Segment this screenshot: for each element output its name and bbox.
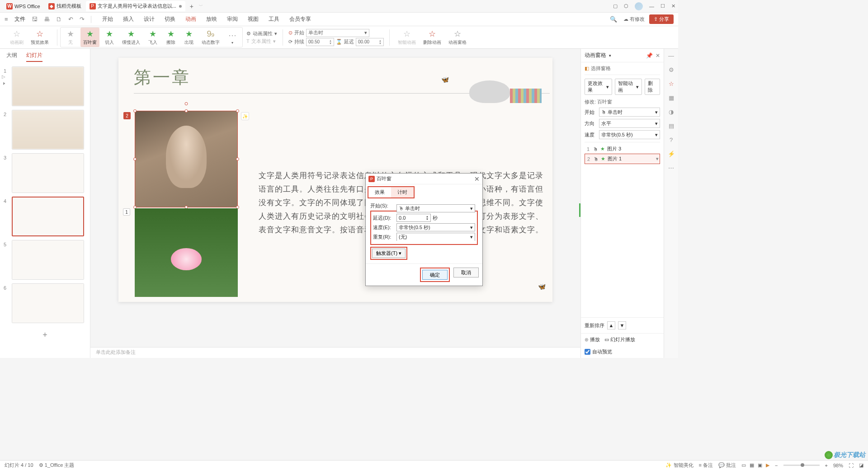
delay-input[interactable]: 00.00▲▼ [356, 38, 384, 46]
effect-more[interactable]: ⋯▾ [224, 29, 241, 46]
dialog-close-button[interactable]: ✕ [474, 175, 480, 183]
slide-thumb-4[interactable] [12, 197, 84, 236]
play-mini-icon[interactable]: ▷ [2, 74, 6, 79]
tab-slideshow[interactable]: 放映 [206, 13, 217, 26]
anim-brush-button[interactable]: ☆动画刷 [7, 28, 26, 47]
image-1-selected[interactable]: 2 ✨ [135, 111, 238, 207]
dlg-repeat-select[interactable]: (无)▾ [396, 233, 475, 241]
effect-fly[interactable]: ★飞入 [145, 28, 161, 47]
tab-review[interactable]: 审阅 [227, 13, 238, 26]
cube-icon[interactable]: ⬡ [624, 3, 628, 9]
dock-palette-icon[interactable]: ◑ [669, 108, 674, 115]
smart-anim-button-2[interactable]: 智能动画 ▾ [615, 79, 642, 95]
undo-icon[interactable]: ↶ [68, 16, 73, 23]
save-icon[interactable]: 🖫 [32, 16, 38, 23]
avatar[interactable] [635, 2, 643, 10]
dock-grid-icon[interactable]: ▦ [669, 94, 674, 101]
play-button[interactable]: ⊙ 播放 [585, 336, 600, 343]
tab-dropdown-icon[interactable]: ﹀ [197, 3, 205, 9]
anim-list-item-1[interactable]: 1🖱★ 图片 3 [585, 144, 660, 154]
dlg-cancel-button[interactable]: 取消 [453, 268, 479, 277]
hamburger-icon[interactable]: ≡ [5, 16, 8, 23]
image-2[interactable] [135, 208, 238, 297]
auto-preview-checkbox[interactable] [585, 349, 590, 355]
dlg-start-select[interactable]: 🖱 单击时▾ [396, 204, 475, 212]
tab-design[interactable]: 设计 [144, 13, 155, 26]
effect-cut[interactable]: ★切入 [101, 28, 118, 47]
rotate-handle[interactable] [185, 102, 188, 105]
delete-button[interactable]: 删除 [645, 79, 660, 95]
dock-more-icon[interactable]: ⋯ [668, 164, 674, 171]
move-down-button[interactable]: ▼ [618, 321, 626, 329]
select-pane-link[interactable]: 选择窗格 [591, 65, 611, 72]
move-up-button[interactable]: ▲ [607, 321, 615, 329]
pin-icon[interactable]: 📌 [646, 52, 653, 59]
dialog-tab-timing[interactable]: 计时 [391, 187, 414, 197]
anim-list-item-2[interactable]: 2🖱★ 图片 1 ▾ [585, 154, 660, 164]
dock-settings-icon[interactable]: ⚙ [669, 66, 674, 73]
dock-layers-icon[interactable]: ▤ [669, 122, 674, 129]
dock-star-icon[interactable]: ☆ [669, 80, 674, 87]
search-icon[interactable]: 🔍 [610, 16, 617, 23]
tab-view[interactable]: 视图 [248, 13, 259, 26]
effect-none[interactable]: ★无 [62, 28, 79, 47]
share-button[interactable]: ⇪ 分享 [649, 14, 674, 24]
effect-appear[interactable]: ★出现 [181, 28, 197, 47]
tab-tools[interactable]: 工具 [269, 13, 279, 26]
p-dir-select[interactable]: 水平▾ [599, 119, 660, 128]
tab-insert[interactable]: 插入 [123, 13, 134, 26]
add-slide-button[interactable]: + [42, 330, 47, 340]
dock-bolt-icon[interactable]: ⚡ [668, 150, 675, 157]
effect-slow[interactable]: ★缓慢进入 [119, 28, 143, 47]
dock-help-icon[interactable]: ? [670, 136, 673, 143]
app-tab[interactable]: W WPS Office [3, 1, 44, 11]
anim-attr-button[interactable]: ⚙ 动画属性 ▾ [246, 30, 277, 37]
tab-animation[interactable]: 动画 [185, 13, 196, 26]
close-button[interactable]: ✕ [671, 3, 675, 9]
duration-input[interactable]: 00.50▲▼ [306, 38, 334, 46]
dialog-tab-effect[interactable]: 效果 [368, 187, 391, 197]
p-speed-select[interactable]: 非常快(0.5 秒)▾ [599, 130, 660, 139]
pane-close-icon[interactable]: ✕ [656, 52, 660, 59]
tab-start[interactable]: 开始 [102, 13, 113, 26]
change-effect-button[interactable]: 更改效果 ▾ [585, 79, 612, 95]
text-attr-button[interactable]: T 文本属性 ▾ [246, 38, 277, 45]
file-menu[interactable]: 文件 [14, 15, 25, 23]
dlg-trigger-button[interactable]: 触发器(T) ▾ [372, 249, 406, 258]
effect-blinds[interactable]: ★百叶窗 [80, 28, 99, 47]
ai-edit-button[interactable]: ✨ [241, 112, 249, 120]
document-tab[interactable]: P 文字是人类用符号记录表达信息以... [86, 1, 185, 11]
effect-wipe[interactable]: ★擦除 [163, 28, 179, 47]
dlg-ok-button[interactable]: 确定 [422, 270, 448, 280]
mute-icon[interactable]: 🕨 [2, 81, 6, 86]
p-start-select[interactable]: 🖱 单击时▾ [599, 108, 660, 117]
maximize-button[interactable]: ☐ [660, 3, 665, 9]
slide-thumb-1[interactable] [12, 66, 84, 106]
print-icon[interactable]: 🖶 [44, 16, 50, 23]
dlg-speed-select[interactable]: 非常快(0.5 秒)▾ [396, 223, 475, 231]
slides-tab[interactable]: 幻灯片 [26, 52, 42, 62]
slide-thumb-5[interactable] [12, 240, 84, 280]
redo-icon[interactable]: ↷ [80, 16, 85, 23]
new-tab-button[interactable]: + [186, 1, 197, 12]
delete-anim-button[interactable]: ☆删除动画 [420, 28, 444, 47]
slide-thumb-3[interactable] [12, 153, 84, 193]
slide-thumb-2[interactable] [12, 110, 84, 150]
smart-anim-button[interactable]: ☆智能动画 [395, 28, 419, 47]
slide-thumb-6[interactable] [12, 283, 84, 323]
anim-item-dropdown-icon[interactable]: ▾ [656, 156, 659, 162]
slide-canvas[interactable]: 第一章 🦋 2 ✨ 1 [118, 58, 552, 302]
tab-member[interactable]: 会员专享 [289, 13, 311, 26]
effect-dynnum[interactable]: 9₉动态数字 [199, 28, 222, 47]
tab-transition[interactable]: 切换 [165, 13, 175, 26]
preview-button[interactable]: ☆预览效果 [28, 28, 52, 47]
notes-placeholder[interactable]: 单击此处添加备注 [90, 347, 580, 358]
dock-minus-icon[interactable]: — [668, 52, 674, 59]
layout-icon[interactable]: ▢ [613, 3, 618, 9]
start-select[interactable]: 单击时▾ [306, 29, 369, 37]
dlg-delay-input[interactable]: 0.0▲▼ [396, 214, 431, 222]
outline-tab[interactable]: 大纲 [6, 52, 17, 62]
minimize-button[interactable]: — [649, 4, 654, 9]
print-preview-icon[interactable]: 🗋 [56, 16, 62, 23]
template-tab[interactable]: ◆ 找稻壳模板 [45, 1, 85, 11]
